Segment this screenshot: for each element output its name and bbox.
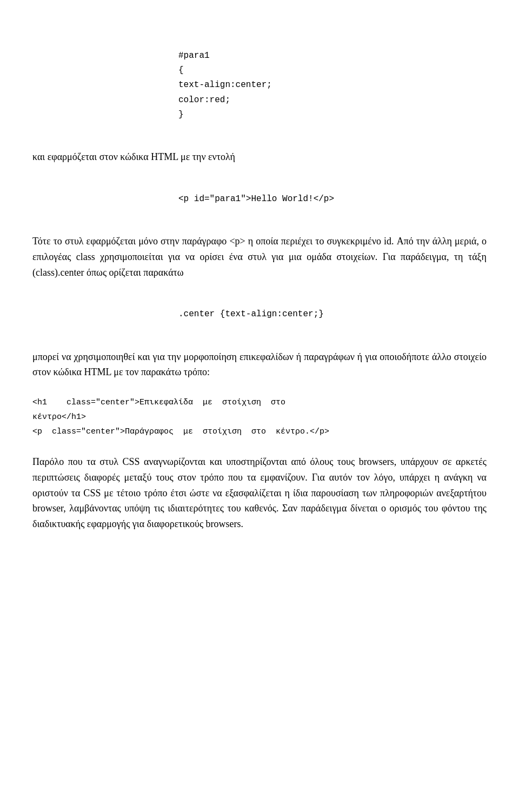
prose-3: μπορεί να χρησιμοποιηθεί και για την μορ… <box>32 349 487 381</box>
code-line-p: <p id="para1">Hello World!</p> <box>178 192 341 207</box>
code-line-p-center: <p class="center">Παράγραφος με στοίχιση… <box>32 424 487 439</box>
code-line-2: { <box>178 63 341 78</box>
code-line-5: } <box>178 108 341 122</box>
code-line-3: text-align:center; <box>178 78 341 92</box>
code-line-4: color:red; <box>178 93 341 108</box>
code-block-center: .center {text-align:center;} <box>32 291 487 338</box>
code-line-h1-end: κέντρο</h1> <box>32 410 487 424</box>
code-block-para1: #para1 { text-align:center; color:red; } <box>32 32 487 138</box>
prose-1: και εφαρμόζεται στον κώδικα HTML με την … <box>32 149 487 165</box>
code-line-center: .center {text-align:center;} <box>178 307 341 322</box>
prose-4: Παρόλο που τα στυλ CSS αναγνωρίζονται κα… <box>32 454 487 532</box>
prose-2: Τότε το στυλ εφαρμόζεται μόνο στην παράγ… <box>32 234 487 280</box>
code-line-h1: <h1 class="center">Επικεφαλίδα με στοίχι… <box>32 395 487 410</box>
code-line-1: #para1 <box>178 49 341 63</box>
code-block-p-tag-content: <p id="para1">Hello World!</p> <box>178 187 341 212</box>
code-block-p-tag: <p id="para1">Hello World!</p> <box>32 176 487 223</box>
code-block-center-content: .center {text-align:center;} <box>178 302 341 327</box>
code-block-html-center: <h1 class="center">Επικεφαλίδα με στοίχι… <box>32 391 487 443</box>
code-block-para1-content: #para1 { text-align:center; color:red; } <box>178 43 341 128</box>
page-container: #para1 { text-align:center; color:red; }… <box>0 0 519 574</box>
